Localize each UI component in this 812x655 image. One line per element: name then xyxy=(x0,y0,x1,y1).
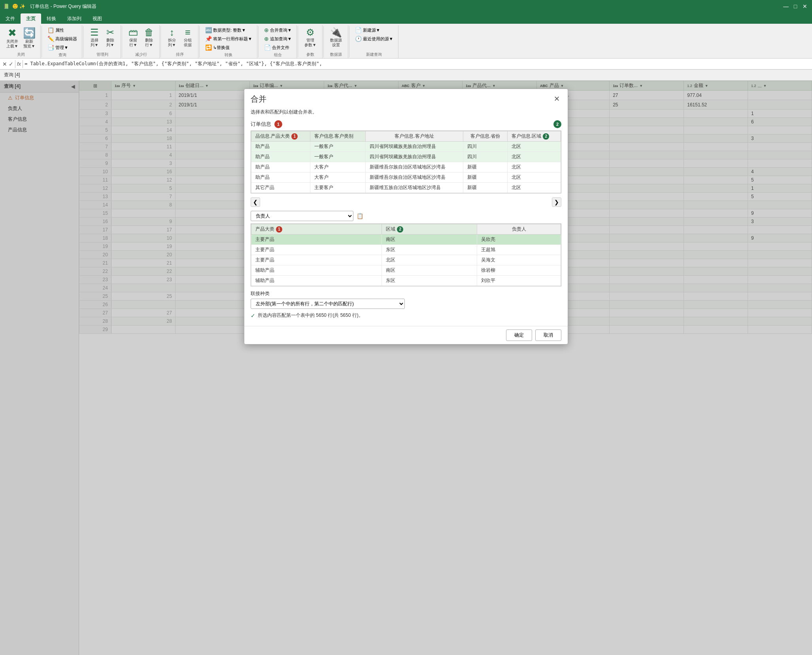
formula-confirm-btn[interactable]: ✓ xyxy=(9,61,13,67)
manage-btn[interactable]: 📑 管理▼ xyxy=(46,44,79,51)
properties-btn[interactable]: 📋 属性 xyxy=(46,26,79,34)
params-icon: ⚙ xyxy=(306,27,315,38)
datatype-icon: 🔤 xyxy=(205,27,212,33)
modal-col-region[interactable]: 客户信息.区域 2 xyxy=(507,131,561,142)
modal-close-btn[interactable]: ✕ xyxy=(552,93,561,105)
content-area: ⊞ 1₂₃ 序号 ▼ 1₂₃ 创建日... xyxy=(79,81,812,655)
keep-rows-btn[interactable]: 🗃 保留行▼ xyxy=(126,26,140,48)
match-text: 所选内容匹配第一个表中的 5650 行(共 5650 行)。 xyxy=(258,312,363,319)
close-upload-btn[interactable]: ✖ 关闭并上载▼ xyxy=(5,26,20,49)
close-upload-icon: ✖ xyxy=(8,27,17,39)
replace-value-btn[interactable]: 🔁 ↳替换值 xyxy=(204,44,254,51)
formula-input[interactable]: = Table.ExpandTableColumn(合并的查询1, "客户信息"… xyxy=(25,61,810,67)
maximize-btn[interactable]: □ xyxy=(791,2,799,10)
ribbon-group-newquery: 📄 新建源▼ 🕐 最近使用的源▼ 新建查询 xyxy=(350,25,398,58)
join-label: 联接种类 xyxy=(251,290,561,297)
modal-table-row-2: 辅助产品南区徐岩柳 xyxy=(251,265,561,276)
append-query-btn[interactable]: ⊕ 追加查询▼ xyxy=(262,35,293,43)
select-cols-icon: ☰ xyxy=(90,27,99,38)
minimize-btn[interactable]: — xyxy=(782,2,790,10)
modal-title: 合并 xyxy=(251,94,266,104)
modal2-col-prodtype[interactable]: 产品大类 1 xyxy=(251,224,382,235)
modal2-col-responsible[interactable]: 负责人 xyxy=(477,224,561,235)
merge-query-btn[interactable]: ⊕ 合并查询▼ xyxy=(262,26,293,34)
refresh-icon: 🔄 xyxy=(23,27,36,39)
cancel-btn[interactable]: 取消 xyxy=(535,329,561,341)
section2-row: 负责人 订单信息 客户信息 产品信息 📋 xyxy=(251,211,561,221)
merge-files-btn[interactable]: 📄 合并文件 xyxy=(262,44,293,51)
close-btn[interactable]: ✕ xyxy=(801,2,809,10)
first-row-header-btn[interactable]: 📌 将第一行用作标题▼ xyxy=(204,35,254,43)
modal-col-custtype[interactable]: 客户信息.客户类别 xyxy=(310,131,366,142)
modal-table-row-2: 主要产品东区王超旭 xyxy=(251,245,561,255)
section1-label: 订单信息 1 2 xyxy=(251,120,561,128)
scroll-left-btn[interactable]: ❮ xyxy=(251,197,260,207)
recent-sources-btn[interactable]: 🕐 最近使用的源▼ xyxy=(353,35,395,43)
tab-addcol[interactable]: 添加列 xyxy=(62,13,87,24)
table-select-icon[interactable]: 📋 xyxy=(357,213,363,219)
merge-files-icon: 📄 xyxy=(264,44,271,51)
datatype-btn[interactable]: 🔤 数据类型: 整数▼ xyxy=(204,26,254,34)
confirm-btn[interactable]: 确定 xyxy=(506,329,532,341)
advanced-editor-icon: ✏️ xyxy=(47,36,54,42)
modal-table-row: 助产品一般客户四川省阿坝藏族羌族自治州理县四川北区 xyxy=(251,142,561,152)
ribbon-group-sort: ↕ 拆分列▼ ≡ 分组依据 排序 xyxy=(162,25,198,58)
new-source-icon: 📄 xyxy=(355,27,362,33)
ribbon-group-query: 📋 属性 ✏️ 高级编辑器 📑 管理▼ 查询 xyxy=(43,25,82,58)
ribbon-group-combine: ⊕ 合并查询▼ ⊕ 追加查询▼ 📄 合并文件 组合 xyxy=(259,25,297,58)
join-select[interactable]: 左外部(第一个中的所有行，第二个中的匹配行) 内部联接 完全外部 左反 右反 xyxy=(251,299,405,309)
badge1: 1 xyxy=(274,120,282,128)
split-col-btn[interactable]: ↕ 拆分列▼ xyxy=(165,26,179,48)
modal-bottom-table: 产品大类 1 区域 2 xyxy=(251,224,561,286)
modal-table-row-2: 主要产品北区吴海文 xyxy=(251,255,561,265)
delete-rows-btn[interactable]: 🗑 删除行▼ xyxy=(142,26,156,48)
delete-cols-btn[interactable]: ✂ 删除列▼ xyxy=(103,26,117,48)
merge-modal: 合并 ✕ 选择表和匹配列以创建合并表。 订单信息 1 2 xyxy=(244,89,568,345)
modal2-col-region[interactable]: 区域 2 xyxy=(382,224,477,235)
modal-top-table: 品信息.产品大类 1 客户信息.客户类别 xyxy=(251,131,561,193)
modal-table-row-2: 辅助产品东区刘欣平 xyxy=(251,276,561,286)
group-by-btn[interactable]: ≡ 分组依据 xyxy=(181,26,195,48)
tab-transform[interactable]: 转换 xyxy=(41,13,62,24)
modal-col-province[interactable]: 客户信息.省份 xyxy=(463,131,508,142)
match-check-icon: ✓ xyxy=(251,312,255,319)
refresh-preview-btn[interactable]: 🔄 刷新预览▼ xyxy=(21,26,37,49)
table-select[interactable]: 负责人 订单信息 客户信息 产品信息 xyxy=(251,211,353,221)
modal-table-row: 助产品大客户新疆维吾尔族自治区塔城地区沙湾县新疆北区 xyxy=(251,172,561,183)
modal-table-row: 其它产品主要客户新疆维五族自治区塔城地区沙湾县新疆北区 xyxy=(251,183,561,193)
select-cols-btn[interactable]: ☰ 选择列▼ xyxy=(87,26,102,48)
top-table-wrap: 品信息.产品大类 1 客户信息.客户类别 xyxy=(251,131,561,193)
query-bar: 查询 [4] xyxy=(0,70,812,81)
tab-home[interactable]: 主页 xyxy=(21,13,41,24)
title-bar-text: 订单信息 - Power Query 编辑器 xyxy=(30,3,96,10)
delete-rows-icon: 🗑 xyxy=(144,27,154,38)
modal-body: 选择表和匹配列以创建合并表。 订单信息 1 2 xyxy=(244,105,568,326)
scroll-right-btn[interactable]: ❯ xyxy=(552,197,561,207)
formula-bar: ✕ ✓ fx = Table.ExpandTableColumn(合并的查询1,… xyxy=(0,59,812,70)
join-section: 联接种类 左外部(第一个中的所有行，第二个中的匹配行) 内部联接 完全外部 左反… xyxy=(251,290,561,309)
match-status: ✓ 所选内容匹配第一个表中的 5650 行(共 5650 行)。 xyxy=(251,312,561,319)
formula-cancel-btn[interactable]: ✕ xyxy=(2,61,7,67)
tab-file[interactable]: 文件 xyxy=(0,13,21,24)
modal-table-row: 助产品大客户新疆维吾尔族自治区塔城地区沙湾县新疆北区 xyxy=(251,162,561,172)
title-bar: 📗 🙂 ✨ 订单信息 - Power Query 编辑器 — □ ✕ xyxy=(0,0,812,13)
datasource-settings-btn[interactable]: 🔌 数据源设置 xyxy=(329,26,344,48)
modal-col-custaddr[interactable]: 客户信息.客户地址 xyxy=(365,131,463,142)
advanced-editor-btn[interactable]: ✏️ 高级编辑器 xyxy=(46,35,79,43)
manage-params-btn[interactable]: ⚙ 管理参数▼ xyxy=(303,26,318,48)
modal-col-prodtype[interactable]: 品信息.产品大类 1 xyxy=(251,131,310,142)
modal-footer: 确定 取消 xyxy=(244,326,568,344)
modal-desc: 选择表和匹配列以创建合并表。 xyxy=(251,109,561,115)
first-row-icon: 📌 xyxy=(205,36,212,42)
ribbon-group-reducerows: 🗃 保留行▼ 🗑 删除行▼ 减少行 xyxy=(123,25,160,58)
ribbon-group-datasource: 🔌 数据源设置 数据源 xyxy=(325,25,348,58)
tab-view[interactable]: 视图 xyxy=(87,13,108,24)
split-col-icon: ↕ xyxy=(170,27,174,38)
delete-cols-icon: ✂ xyxy=(106,27,114,38)
query-bar-label: 查询 [4] xyxy=(4,72,20,78)
new-source-btn[interactable]: 📄 新建源▼ xyxy=(353,26,395,34)
append-icon: ⊕ xyxy=(264,36,269,42)
properties-icon: 📋 xyxy=(47,27,54,33)
datasource-icon: 🔌 xyxy=(330,27,342,38)
manage-icon: 📑 xyxy=(47,44,54,51)
